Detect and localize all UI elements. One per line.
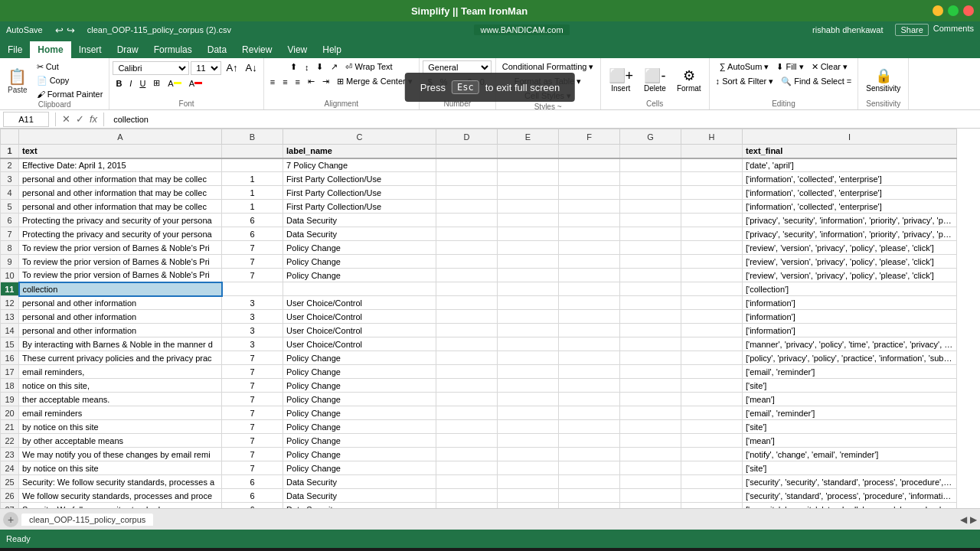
cell-i27[interactable]: ['security', 'security', 'standard', 'pr…	[743, 503, 957, 509]
cell-b23[interactable]: 7	[222, 448, 283, 461]
cell-i4[interactable]: ['information', 'collected', 'enterprise…	[743, 186, 957, 200]
cell-c22[interactable]: Policy Change	[283, 434, 436, 448]
cell-b5[interactable]: 1	[222, 200, 283, 214]
cell-i3[interactable]: ['information', 'collected', 'enterprise…	[743, 172, 957, 186]
cell-b6[interactable]: 6	[222, 214, 283, 227]
cell-c16[interactable]: Policy Change	[283, 351, 436, 365]
cell-g3[interactable]	[620, 172, 681, 186]
cell-i13[interactable]: ['information']	[743, 310, 957, 324]
cell-d10[interactable]	[436, 269, 498, 282]
cell-e23[interactable]	[498, 448, 559, 461]
cell-d23[interactable]	[436, 448, 498, 461]
cell-i26[interactable]: ['security', 'standard', 'process', 'pro…	[743, 489, 957, 503]
cell-d14[interactable]	[436, 324, 498, 337]
cell-d6[interactable]	[436, 214, 498, 227]
cell-d18[interactable]	[436, 379, 498, 393]
table-row[interactable]: 21by notice on this site7Policy Change['…	[1, 420, 957, 434]
cell-f24[interactable]	[559, 461, 620, 475]
cell-h23[interactable]	[681, 448, 743, 461]
cell-i9[interactable]: ['review', 'version', 'privacy', 'policy…	[743, 255, 957, 269]
cell-e8[interactable]	[498, 241, 559, 255]
cell-b20[interactable]: 7	[222, 406, 283, 420]
cell-a16[interactable]: These current privacy policies and the p…	[19, 351, 222, 365]
table-row[interactable]: 15By interacting with Barnes & Noble in …	[1, 337, 957, 351]
cell-h24[interactable]	[681, 461, 743, 475]
share-btn[interactable]: Share	[895, 24, 928, 36]
table-row[interactable]: 2Effective Date: April 1, 20157 Policy C…	[1, 158, 957, 172]
cell-e13[interactable]	[498, 310, 559, 324]
cell-i15[interactable]: ['manner', 'privacy', 'policy', 'time', …	[743, 337, 957, 351]
cell-g7[interactable]	[620, 227, 681, 241]
cell-h5[interactable]	[681, 200, 743, 214]
cell-b7[interactable]: 6	[222, 227, 283, 241]
cell-c1[interactable]: label_name	[283, 145, 436, 158]
wrap-text-btn[interactable]: ⏎ Wrap Text	[342, 60, 395, 73]
cell-h22[interactable]	[681, 434, 743, 448]
border-btn[interactable]: ⊞	[150, 77, 163, 90]
paste-btn[interactable]: 📋 Paste	[3, 65, 32, 96]
cell-d27[interactable]	[436, 503, 498, 509]
cell-a8[interactable]: To review the prior version of Barnes & …	[19, 241, 222, 255]
cell-f18[interactable]	[559, 379, 620, 393]
font-size-select[interactable]: 11	[191, 61, 221, 75]
cell-c8[interactable]: Policy Change	[283, 241, 436, 255]
cell-g16[interactable]	[620, 351, 681, 365]
cell-f3[interactable]	[559, 172, 620, 186]
cell-c13[interactable]: User Choice/Control	[283, 310, 436, 324]
cell-a19[interactable]: ther acceptable means.	[19, 393, 222, 406]
tab-insert[interactable]: Insert	[71, 41, 109, 58]
table-row[interactable]: 27Security: We follow security standards…	[1, 503, 957, 509]
cell-e16[interactable]	[498, 351, 559, 365]
cell-d8[interactable]	[436, 241, 498, 255]
cell-c4[interactable]: First Party Collection/Use	[283, 186, 436, 200]
cell-g10[interactable]	[620, 269, 681, 282]
cell-g5[interactable]	[620, 200, 681, 214]
cell-f6[interactable]	[559, 214, 620, 227]
cancel-formula-icon[interactable]: ✕	[62, 113, 70, 125]
cell-f25[interactable]	[559, 475, 620, 489]
cell-a25[interactable]: Security: We follow security standards, …	[19, 475, 222, 489]
cell-f12[interactable]	[559, 296, 620, 310]
table-row[interactable]: 19ther acceptable means.7Policy Change['…	[1, 393, 957, 406]
font-name-select[interactable]: Calibri	[113, 61, 189, 75]
cell-h26[interactable]	[681, 489, 743, 503]
cell-d12[interactable]	[436, 296, 498, 310]
scroll-right-btn[interactable]: ▶	[970, 514, 977, 525]
cell-h27[interactable]	[681, 503, 743, 509]
cell-e6[interactable]	[498, 214, 559, 227]
cell-i24[interactable]: ['site']	[743, 461, 957, 475]
cell-a26[interactable]: We follow security standards, processes …	[19, 489, 222, 503]
conditional-formatting-btn[interactable]: Conditional Formatting ▾	[499, 60, 597, 73]
col-header-e[interactable]: E	[498, 129, 559, 145]
cell-g12[interactable]	[620, 296, 681, 310]
cell-i1[interactable]: text_final	[743, 145, 957, 158]
cell-a27[interactable]: Security: We follow security standards, …	[19, 503, 222, 509]
video-player-bar[interactable]: ⏹ ▶ ⏮ 5:07 / 6:10 🔊 Screenshot ⚙ 📺 ⛶	[0, 548, 980, 551]
cell-a6[interactable]: Protecting the privacy and security of y…	[19, 214, 222, 227]
cell-d16[interactable]	[436, 351, 498, 365]
cell-a7[interactable]: Protecting the privacy and security of y…	[19, 227, 222, 241]
cell-g8[interactable]	[620, 241, 681, 255]
copy-btn[interactable]: 📄 Copy	[34, 74, 106, 87]
cell-e22[interactable]	[498, 434, 559, 448]
cell-f23[interactable]	[559, 448, 620, 461]
cell-d17[interactable]	[436, 365, 498, 379]
cell-h6[interactable]	[681, 214, 743, 227]
cell-a13[interactable]: personal and other information	[19, 310, 222, 324]
delete-cells-btn[interactable]: ⬜- Delete	[639, 65, 671, 95]
cell-f15[interactable]	[559, 337, 620, 351]
cell-b8[interactable]: 7	[222, 241, 283, 255]
col-header-c[interactable]: C	[283, 129, 436, 145]
tab-formulas[interactable]: Formulas	[146, 41, 200, 58]
cell-f5[interactable]	[559, 200, 620, 214]
cell-b13[interactable]: 3	[222, 310, 283, 324]
cell-e7[interactable]	[498, 227, 559, 241]
cell-b21[interactable]: 7	[222, 420, 283, 434]
cell-d5[interactable]	[436, 200, 498, 214]
table-row[interactable]: 4personal and other information that may…	[1, 186, 957, 200]
sensitivity-btn[interactable]: 🔒 Sensitivity	[861, 65, 905, 95]
cell-i19[interactable]: ['mean']	[743, 393, 957, 406]
cell-h17[interactable]	[681, 365, 743, 379]
cell-c2[interactable]: 7 Policy Change	[283, 158, 436, 172]
font-decrease-btn[interactable]: A↓	[243, 60, 260, 75]
